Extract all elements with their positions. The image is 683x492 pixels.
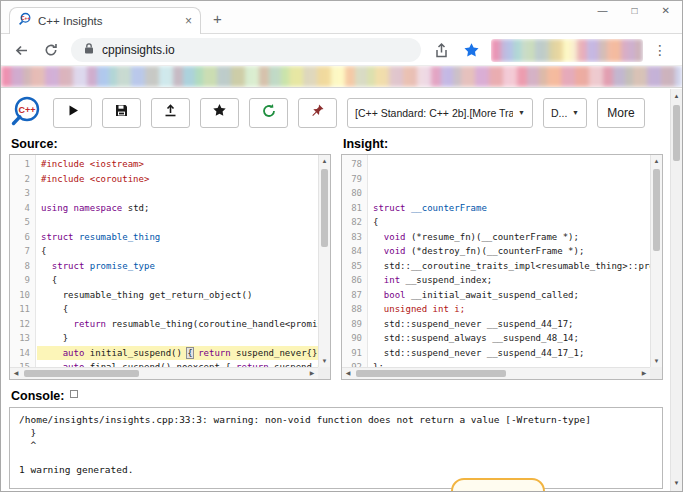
cpp-insights-page: C++ [C++ Standard: C++ 2b].[Mor: [1, 89, 670, 491]
tab-strip: C++ C++ Insights × + — □ ✕: [1, 1, 682, 34]
scrollbar-thumb[interactable]: [673, 105, 680, 161]
insight-vertical-scrollbar[interactable]: ▲ ▼: [650, 155, 662, 367]
svg-text:C++: C++: [18, 104, 35, 114]
refresh-button[interactable]: [249, 98, 288, 128]
secondary-dropdown[interactable]: D... ▼: [543, 98, 587, 128]
scroll-down-icon[interactable]: ▼: [319, 355, 330, 367]
scrollbar-thumb[interactable]: [356, 370, 506, 377]
share-icon[interactable]: [431, 40, 451, 60]
insight-pane-label: Insight:: [343, 137, 663, 151]
close-button[interactable]: ✕: [662, 4, 670, 18]
browser-tab[interactable]: C++ C++ Insights ×: [9, 7, 201, 34]
more-button[interactable]: More: [597, 98, 645, 128]
source-pane-label: Source:: [11, 137, 331, 151]
app-toolbar: C++ [C++ Standard: C++ 2b].[Mor: [1, 89, 670, 129]
insight-editor[interactable]: 787980818283848586878889909192 struct __…: [341, 154, 663, 380]
scroll-down-icon[interactable]: ▼: [651, 355, 662, 367]
source-horizontal-scrollbar[interactable]: ◀ ▶: [10, 367, 318, 379]
upload-icon: [163, 103, 178, 122]
console-output: /home/insights/insights.cpp:33:3: warnin…: [9, 407, 663, 489]
bookmark-star-icon[interactable]: [461, 40, 481, 60]
source-line-numbers: 123456789101112131415: [10, 155, 36, 367]
scrollbar-thumb[interactable]: [321, 169, 328, 247]
browser-window: C++ C++ Insights × + — □ ✕ cppinsights.i…: [0, 0, 683, 492]
reload-icon[interactable]: [41, 40, 61, 60]
scrollbar-corner: [318, 367, 330, 379]
tab-close-icon[interactable]: ×: [185, 14, 192, 28]
source-editor[interactable]: 123456789101112131415 #include <iostream…: [9, 154, 331, 380]
scroll-down-icon[interactable]: ▼: [671, 477, 682, 490]
console-label: Console:: [11, 389, 64, 403]
minimize-button[interactable]: —: [598, 4, 608, 18]
upload-button[interactable]: [151, 98, 190, 128]
insight-line-numbers: 787980818283848586878889909192: [342, 155, 368, 367]
console-checkbox[interactable]: [70, 390, 78, 398]
scroll-left-icon[interactable]: ◀: [342, 368, 354, 379]
scrollbar-corner: [650, 367, 662, 379]
browser-menu-icon[interactable]: ⋮: [653, 42, 667, 58]
maximize-button[interactable]: □: [632, 4, 638, 18]
svg-text:C++: C++: [21, 16, 30, 21]
cpp-insights-logo[interactable]: C++: [9, 94, 43, 132]
scroll-up-icon[interactable]: ▲: [671, 90, 682, 103]
pin-button[interactable]: [298, 98, 337, 128]
run-button[interactable]: [53, 98, 92, 128]
secondary-dropdown-label: D...: [551, 107, 567, 119]
scroll-up-icon[interactable]: ▲: [651, 155, 662, 167]
star-button[interactable]: [200, 98, 239, 128]
run-icon: [65, 103, 80, 122]
address-bar[interactable]: cppinsights.io: [71, 38, 421, 62]
save-icon: [114, 103, 129, 122]
url-text: cppinsights.io: [102, 43, 175, 57]
insight-code-area[interactable]: struct __counterFrame{ void (*resume_fn)…: [369, 155, 650, 367]
page-scrollbar[interactable]: ▲ ▼: [670, 89, 682, 491]
scroll-up-icon[interactable]: ▲: [319, 155, 330, 167]
save-button[interactable]: [102, 98, 141, 128]
cpp-standard-dropdown[interactable]: [C++ Standard: C++ 2b].[More Tra ▼: [347, 98, 533, 128]
chevron-down-icon: ▼: [572, 109, 579, 116]
editor-panes: Source: 123456789101112131415 #include <…: [1, 129, 670, 380]
scroll-right-icon[interactable]: ▶: [306, 368, 318, 379]
cpp-standard-dropdown-label: [C++ Standard: C++ 2b].[More Tra: [355, 107, 513, 119]
bookmarks-bar-blurred: [1, 65, 682, 88]
scroll-left-icon[interactable]: ◀: [10, 368, 22, 379]
cpp-insights-favicon: C++: [18, 12, 32, 30]
scrollbar-thumb[interactable]: [653, 169, 660, 251]
pin-icon: [310, 103, 325, 122]
insight-horizontal-scrollbar[interactable]: ◀ ▶: [342, 367, 650, 379]
browser-toolbar: cppinsights.io ⋮: [1, 35, 682, 65]
footer-pill-button[interactable]: [451, 478, 545, 491]
back-icon[interactable]: [11, 40, 31, 60]
star-icon: [212, 103, 227, 122]
new-tab-button[interactable]: +: [213, 11, 222, 26]
source-vertical-scrollbar[interactable]: ▲ ▼: [318, 155, 330, 367]
lock-icon: [83, 41, 95, 59]
scroll-right-icon[interactable]: ▶: [638, 368, 650, 379]
tab-title: C++ Insights: [38, 15, 179, 27]
source-code-area[interactable]: #include <iostream>#include <coroutine> …: [37, 155, 318, 367]
scrollbar-thumb[interactable]: [24, 370, 139, 377]
extensions-area-blurred: [491, 39, 643, 62]
chevron-down-icon: ▼: [518, 109, 525, 116]
refresh-icon: [261, 103, 277, 123]
